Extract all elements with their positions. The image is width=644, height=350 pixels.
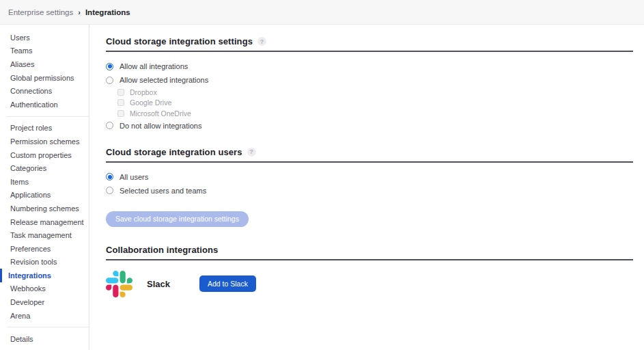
sidebar-item-preferences[interactable]: Preferences <box>0 242 89 256</box>
sidebar-divider <box>7 116 89 117</box>
help-icon[interactable]: ? <box>257 37 266 46</box>
save-cloud-storage-settings-button[interactable]: Save cloud storage integration settings <box>106 211 249 227</box>
add-to-slack-button[interactable]: Add to Slack <box>199 275 256 292</box>
sidebar-item-webhooks[interactable]: Webhooks <box>0 282 89 296</box>
checkbox-icon <box>117 110 124 117</box>
checkbox-icon <box>117 89 124 96</box>
radio-allow-selected-integrations[interactable]: Allow selected integrations <box>106 73 633 87</box>
section-rule <box>106 259 633 260</box>
radio-label: Allow selected integrations <box>120 76 208 84</box>
sidebar-item-project-roles[interactable]: Project roles <box>0 122 89 135</box>
checkbox-google-drive: Google Drive <box>117 98 633 109</box>
collaboration-integrations-title: Collaboration integrations <box>106 245 218 255</box>
sidebar-item-connections[interactable]: Connections <box>0 84 89 98</box>
sidebar-item-release-management[interactable]: Release management <box>0 215 89 229</box>
sidebar-item-items[interactable]: Items <box>0 175 89 189</box>
integrations-content: Cloud storage integration settings ? All… <box>89 25 644 350</box>
sidebar-item-task-management[interactable]: Task management <box>0 228 89 242</box>
radio-all-users[interactable]: All users <box>106 170 633 184</box>
storage-users-radio-group: All users Selected users and teams <box>106 170 633 198</box>
sidebar-item-details[interactable]: Details <box>0 332 89 346</box>
breadcrumb-separator-icon: › <box>78 8 81 16</box>
collaboration-integrations-section: Collaboration integrations Slack Add to … <box>106 245 633 297</box>
radio-button-icon[interactable] <box>106 77 113 84</box>
sidebar-item-revision-tools[interactable]: Revision tools <box>0 256 89 269</box>
slack-integration-row: Slack Add to Slack <box>106 271 633 297</box>
radio-button-icon[interactable] <box>106 122 113 129</box>
radio-button-icon[interactable] <box>106 187 113 194</box>
radio-allow-all-integrations[interactable]: Allow all integrations <box>106 59 633 73</box>
checkbox-icon <box>117 99 124 106</box>
sidebar-item-arena[interactable]: Arena <box>0 309 89 323</box>
checkbox-dropbox: Dropbox <box>117 87 633 98</box>
breadcrumb-integrations: Integrations <box>85 8 130 16</box>
sidebar-item-custom-properties[interactable]: Custom properties <box>0 148 89 162</box>
sidebar-item-global-permissions[interactable]: Global permissions <box>0 71 89 85</box>
sidebar-item-aliases[interactable]: Aliases <box>0 57 89 71</box>
radio-label: Allow all integrations <box>120 62 188 70</box>
cloud-storage-users-title: Cloud storage integration users <box>106 147 242 157</box>
radio-label: All users <box>120 173 148 181</box>
radio-button-icon[interactable] <box>106 173 113 180</box>
sidebar-item-permission-schemes[interactable]: Permission schemes <box>0 135 89 148</box>
cloud-storage-settings-section: Cloud storage integration settings ? All… <box>106 36 633 133</box>
section-rule <box>106 51 633 52</box>
radio-label: Do not allow integrations <box>120 122 201 130</box>
sidebar-item-teams[interactable]: Teams <box>0 44 89 58</box>
radio-button-icon[interactable] <box>106 63 113 70</box>
slack-logo-icon <box>106 271 132 297</box>
integration-name: Slack <box>147 279 170 289</box>
sidebar-item-categories[interactable]: Categories <box>0 161 89 175</box>
sidebar-item-users[interactable]: Users <box>0 31 89 44</box>
radio-do-not-allow-integrations[interactable]: Do not allow integrations <box>106 119 633 133</box>
section-rule <box>106 161 633 163</box>
checkbox-label: Dropbox <box>130 88 157 96</box>
sidebar-item-applications[interactable]: Applications <box>0 189 89 202</box>
help-icon[interactable]: ? <box>247 148 256 157</box>
sidebar-divider <box>7 327 89 327</box>
selected-integrations-checkboxes: Dropbox Google Drive Microsoft OneDrive <box>117 87 633 119</box>
sidebar-item-integrations[interactable]: Integrations <box>0 269 89 282</box>
settings-sidebar: Users Teams Aliases Global permissions C… <box>0 25 89 350</box>
checkbox-label: Microsoft OneDrive <box>130 109 191 118</box>
breadcrumb: Enterprise settings › Integrations <box>0 0 644 25</box>
checkbox-microsoft-onedrive: Microsoft OneDrive <box>117 108 633 119</box>
sidebar-item-authentication[interactable]: Authentication <box>0 98 89 111</box>
radio-selected-users-and-teams[interactable]: Selected users and teams <box>106 184 633 198</box>
cloud-storage-settings-title: Cloud storage integration settings <box>106 36 253 46</box>
checkbox-label: Google Drive <box>130 98 171 107</box>
sidebar-item-numbering-schemes[interactable]: Numbering schemes <box>0 202 89 215</box>
breadcrumb-enterprise-settings[interactable]: Enterprise settings <box>8 8 73 16</box>
cloud-storage-users-section: Cloud storage integration users ? All us… <box>106 147 633 227</box>
sidebar-item-developer[interactable]: Developer <box>0 295 89 309</box>
radio-label: Selected users and teams <box>120 187 206 195</box>
storage-settings-radio-group: Allow all integrations Allow selected in… <box>106 59 633 133</box>
